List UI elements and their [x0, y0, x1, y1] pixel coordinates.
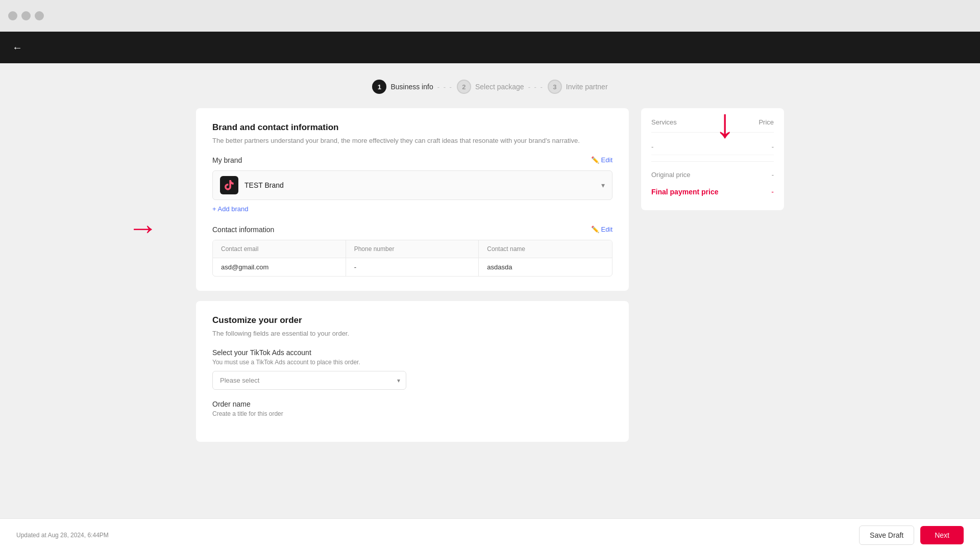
step-1-label: Business info: [390, 83, 433, 91]
bottom-bar: Updated at Aug 28, 2024, 6:44PM Save Dra…: [0, 518, 980, 551]
brand-logo: [220, 176, 238, 194]
tiktok-ads-section: Select your TikTok Ads account You must …: [212, 348, 612, 390]
arrow-right-icon: →: [128, 213, 158, 243]
customize-card: Customize your order The following field…: [196, 301, 629, 442]
right-panel: Services Price - - Original price - Fina…: [641, 108, 784, 442]
browser-dot-2: [21, 11, 31, 20]
step-3: 3 Invite partner: [548, 80, 608, 94]
original-price-label: Original price: [651, 171, 691, 179]
step-divider-2: - - -: [528, 83, 544, 91]
contact-edit-label: Edit: [601, 226, 612, 233]
services-row: - -: [651, 139, 774, 155]
order-name-label: Order name: [212, 400, 612, 408]
brand-card-title: Brand and contact information: [212, 122, 612, 133]
brand-chevron-icon: ▾: [601, 181, 605, 189]
tiktok-ads-label: Select your TikTok Ads account: [212, 348, 612, 357]
contact-name-value: asdasda: [479, 258, 612, 276]
contact-col-phone-header: Phone number: [346, 240, 479, 258]
tiktok-logo-icon: [223, 179, 235, 191]
contact-table-header: Contact email Phone number Contact name: [213, 240, 612, 258]
contact-table-row: asd@gmail.com - asdasda: [213, 258, 612, 276]
services-header: Services Price: [651, 118, 774, 133]
brand-edit-label: Edit: [601, 156, 612, 164]
contact-col-name-header: Contact name: [479, 240, 612, 258]
contact-email-value: asd@gmail.com: [213, 258, 346, 276]
contact-label: Contact information: [212, 226, 274, 234]
updated-text: Updated at Aug 28, 2024, 6:44PM: [16, 532, 109, 539]
add-brand-link[interactable]: + Add brand: [212, 205, 248, 213]
brand-edit-button[interactable]: ✏️ Edit: [591, 156, 612, 164]
contact-edit-pencil-icon: ✏️: [591, 226, 599, 233]
step-3-label: Invite partner: [566, 83, 608, 91]
browser-chrome: [0, 0, 980, 32]
step-2-label: Select package: [475, 83, 524, 91]
step-3-circle: 3: [548, 80, 562, 94]
final-price-row: Final payment price -: [651, 184, 774, 200]
back-button[interactable]: ←: [12, 42, 22, 54]
next-button[interactable]: Next: [920, 526, 964, 544]
contact-edit-button[interactable]: ✏️ Edit: [591, 226, 612, 233]
services-value: -: [651, 143, 653, 151]
original-price-value: -: [772, 171, 774, 179]
order-name-section: Order name Create a title for this order: [212, 400, 612, 417]
left-panel: Brand and contact information The better…: [196, 108, 629, 442]
brand-card-subtitle: The better partners understand your bran…: [212, 136, 612, 146]
customize-card-title: Customize your order: [212, 315, 612, 325]
services-col-label: Services: [651, 118, 677, 126]
price-col-label: Price: [758, 118, 774, 126]
step-indicator: 1 Business info - - - 2 Select package -…: [0, 80, 980, 94]
top-nav: ←: [0, 32, 980, 63]
save-draft-button[interactable]: Save Draft: [859, 525, 914, 545]
services-price-value: -: [772, 143, 774, 151]
services-divider: [651, 161, 774, 162]
tiktok-ads-select-wrapper: Please select ▾: [212, 371, 406, 390]
brand-selector[interactable]: TEST Brand ▾: [212, 170, 612, 200]
content-layout: ↓ → Brand and contact information The be…: [184, 108, 796, 442]
brand-card: Brand and contact information The better…: [196, 108, 629, 291]
step-divider-1: - - -: [437, 83, 453, 91]
browser-dot-3: [35, 11, 44, 20]
original-price-row: Original price -: [651, 168, 774, 182]
step-2: 2 Select package: [457, 80, 524, 94]
final-price-label: Final payment price: [651, 188, 718, 196]
my-brand-header: My brand ✏️ Edit: [212, 156, 612, 164]
contact-col-email-header: Contact email: [213, 240, 346, 258]
contact-phone-value: -: [346, 258, 479, 276]
customize-card-subtitle: The following fields are essential to yo…: [212, 329, 612, 339]
contact-table: Contact email Phone number Contact name …: [212, 240, 612, 277]
main-area: 1 Business info - - - 2 Select package -…: [0, 63, 980, 551]
final-price-value: -: [771, 188, 774, 196]
step-1: 1 Business info: [372, 80, 433, 94]
edit-pencil-icon: ✏️: [591, 156, 599, 164]
tiktok-ads-sublabel: You must use a TikTok Ads account to pla…: [212, 359, 612, 366]
services-card: Services Price - - Original price - Fina…: [641, 108, 784, 210]
step-2-circle: 2: [457, 80, 471, 94]
browser-dot-1: [8, 11, 17, 20]
order-name-sublabel: Create a title for this order: [212, 410, 612, 417]
brand-name-text: TEST Brand: [244, 181, 595, 189]
my-brand-label: My brand: [212, 156, 242, 164]
step-1-circle: 1: [372, 80, 386, 94]
tiktok-ads-select[interactable]: Please select: [212, 371, 406, 390]
contact-header: Contact information ✏️ Edit: [212, 226, 612, 234]
